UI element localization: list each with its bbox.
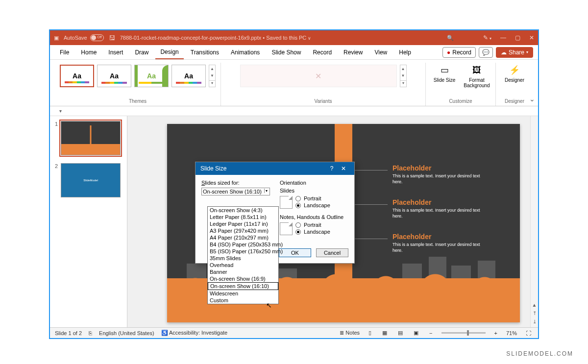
tab-view[interactable]: View: [369, 46, 392, 59]
slide-number: 2: [55, 163, 58, 197]
tab-animations[interactable]: Animations: [226, 46, 265, 59]
format-background-button[interactable]: 🖼 Format Background: [463, 64, 490, 88]
themes-group-label: Themes: [129, 98, 147, 106]
statusbar: Slide 1 of 2 ⎘ English (United States) ♿…: [50, 327, 538, 338]
theme-thumb[interactable]: Aa: [172, 65, 206, 87]
scroll-up-icon[interactable]: ▲: [532, 302, 537, 308]
autosave-toggle[interactable]: AutoSave Off: [64, 34, 104, 41]
sorter-view-icon[interactable]: ▦: [380, 330, 389, 336]
themes-gallery[interactable]: Aa Aa Aa Aa ▲ ▼ ▾: [60, 63, 216, 87]
gallery-down-icon[interactable]: ▼: [400, 73, 406, 78]
comments-button[interactable]: 💬: [479, 47, 493, 58]
notes-button[interactable]: ≣ Notes: [340, 330, 360, 336]
tab-insert[interactable]: Insert: [103, 46, 128, 59]
tab-home[interactable]: Home: [76, 46, 101, 59]
tab-file[interactable]: File: [55, 46, 74, 59]
qat-dropdown-icon[interactable]: ▾: [57, 108, 64, 114]
size-option[interactable]: On-screen Show (16:10): [208, 282, 278, 290]
next-slide-icon[interactable]: ⤓: [533, 319, 537, 324]
size-option[interactable]: Letter Paper (8.5x11 in): [208, 214, 278, 220]
size-option[interactable]: On-screen Show (16:9): [208, 275, 278, 282]
language-label[interactable]: English (United States): [99, 330, 154, 336]
zoom-in-icon[interactable]: +: [492, 330, 499, 336]
zoom-slider[interactable]: [441, 332, 486, 334]
slides-landscape-radio[interactable]: Landscape: [295, 202, 330, 208]
page-icon: [280, 196, 293, 209]
save-icon[interactable]: 🖫: [109, 34, 115, 42]
spell-check-icon[interactable]: ⎘: [89, 330, 92, 336]
ok-button[interactable]: OK: [279, 248, 311, 257]
placeholder-block: Placeholder This is a sample text. Inser…: [392, 198, 481, 219]
tab-transitions[interactable]: Transitions: [186, 46, 224, 59]
slide-size-button[interactable]: ▭ Slide Size: [431, 64, 458, 88]
size-option[interactable]: Overhead: [208, 262, 278, 268]
size-option[interactable]: B4 (ISO) Paper (250x353 mm): [208, 241, 278, 248]
variants-gallery[interactable]: ✕: [240, 65, 397, 87]
slide-thumbnail[interactable]: 2 SlideModel: [55, 163, 122, 197]
document-filename[interactable]: 7888-01-rocket-roadmap-concept-for-power…: [120, 35, 312, 41]
tab-review[interactable]: Review: [339, 46, 368, 59]
vertical-scrollbar[interactable]: ▲ ⤒ ⤓: [530, 116, 538, 327]
gallery-up-icon[interactable]: ▲: [400, 67, 406, 71]
collapse-ribbon-icon[interactable]: ⌄: [529, 95, 535, 103]
zoom-out-icon[interactable]: −: [427, 330, 434, 336]
page-icon: [280, 222, 293, 235]
notes-orientation-label: Notes, Handouts & Outline: [280, 214, 348, 220]
reading-view-icon[interactable]: ▤: [396, 330, 405, 336]
designer-button[interactable]: ⚡ Designer: [501, 64, 528, 83]
theme-thumb[interactable]: Aa: [134, 65, 169, 87]
cancel-button[interactable]: Cancel: [316, 248, 348, 257]
zoom-percent[interactable]: 71%: [506, 330, 517, 336]
size-option[interactable]: Ledger Paper (11x17 in): [208, 220, 278, 227]
dialog-close-icon[interactable]: ✕: [338, 165, 349, 172]
fit-to-window-icon[interactable]: ⛶: [524, 330, 533, 336]
slideshow-view-icon[interactable]: ▣: [412, 330, 420, 336]
prev-slide-icon[interactable]: ⤒: [533, 311, 537, 316]
powerpoint-window: ▣ AutoSave Off 🖫 7888-01-rocket-roadmap-…: [49, 29, 539, 339]
titlebar: ▣ AutoSave Off 🖫 7888-01-rocket-roadmap-…: [50, 30, 538, 45]
gallery-more-icon[interactable]: ▾: [209, 80, 215, 85]
tab-help[interactable]: Help: [394, 46, 416, 59]
slide-thumbnail[interactable]: 1: [55, 121, 122, 155]
theme-thumb[interactable]: Aa: [97, 65, 131, 87]
format-background-icon: 🖼: [470, 64, 484, 76]
slide-thumbnails-panel[interactable]: 1 2 SlideModel: [50, 116, 127, 327]
variants-group-label: Variants: [315, 98, 332, 106]
search-icon[interactable]: 🔍: [447, 35, 454, 41]
gallery-more-icon[interactable]: ▾: [400, 80, 406, 85]
size-option[interactable]: 35mm Slides: [208, 255, 278, 262]
slides-portrait-radio[interactable]: Portrait: [295, 195, 330, 201]
size-option[interactable]: Banner: [208, 268, 278, 275]
placeholder-block: Placeholder This is a sample text. Inser…: [392, 164, 481, 185]
dialog-titlebar[interactable]: Slide Size ? ✕: [196, 162, 354, 175]
tab-design[interactable]: Design: [155, 46, 183, 59]
restore-button[interactable]: ▢: [515, 34, 520, 41]
minimize-button[interactable]: —: [500, 34, 506, 41]
size-option[interactable]: B5 (ISO) Paper (176x250 mm): [208, 248, 278, 255]
share-button[interactable]: ☁ Share ▾: [496, 47, 533, 58]
theme-thumb[interactable]: Aa: [60, 65, 94, 87]
accessibility-label[interactable]: ♿ Accessibility: Investigate: [161, 330, 228, 336]
notes-portrait-radio[interactable]: Portrait: [295, 222, 330, 228]
notes-landscape-radio[interactable]: Landscape: [295, 229, 330, 235]
gallery-down-icon[interactable]: ▼: [209, 73, 215, 78]
pen-icon[interactable]: ✎ ▾: [483, 34, 491, 41]
ribbon-tabs: File Home Insert Draw Design Transitions…: [50, 45, 538, 60]
slide-number: 1: [55, 121, 58, 155]
close-button[interactable]: ✕: [529, 34, 534, 41]
tab-slideshow[interactable]: Slide Show: [267, 46, 306, 59]
normal-view-icon[interactable]: ▯: [367, 330, 373, 336]
size-option[interactable]: A4 Paper (210x297 mm): [208, 234, 278, 241]
record-button[interactable]: Record: [442, 47, 476, 58]
tab-record[interactable]: Record: [308, 46, 337, 59]
size-option[interactable]: A3 Paper (297x420 mm): [208, 227, 278, 234]
slide-count-label[interactable]: Slide 1 of 2: [55, 330, 82, 336]
gallery-up-icon[interactable]: ▲: [209, 67, 215, 71]
slide-size-select[interactable]: On-screen Show (16:10)▾: [201, 188, 270, 195]
size-option[interactable]: Widescreen: [208, 290, 278, 297]
slide-size-dropdown[interactable]: On-screen Show (4:3) Letter Paper (8.5x1…: [207, 206, 279, 304]
tab-draw[interactable]: Draw: [130, 46, 153, 59]
dialog-help-icon[interactable]: ?: [326, 165, 338, 172]
toggle-switch-icon[interactable]: Off: [90, 34, 104, 41]
size-option[interactable]: On-screen Show (4:3): [208, 207, 278, 214]
